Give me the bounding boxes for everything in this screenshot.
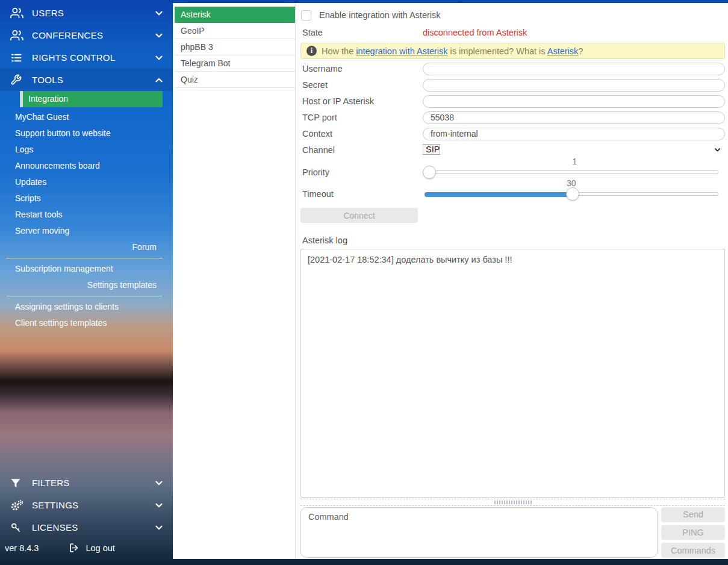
sidebar-section-label: FILTERS [32,478,70,488]
rights-control-icon [10,52,25,64]
tcp-port-input[interactable] [423,111,725,124]
settings-icon [10,499,25,511]
sidebar-section-label: USERS [32,8,64,18]
sidebar-section-rights-control[interactable]: RIGHTS CONTROL [0,46,173,69]
sidebar-section-tools[interactable]: TOOLS [0,69,173,91]
host-label: Host or IP Asterisk [300,96,423,106]
state-row: State disconnected from Asterisk [300,27,725,39]
tab-telegram-bot[interactable]: Telegram Bot [175,55,295,72]
sidebar-section-label: LICENSES [32,522,78,532]
users-icon [10,7,25,19]
asterisk-log-output[interactable]: [2021-02-17 18:52:34] доделать вычитку и… [300,249,725,498]
sidebar-item-restart-tools[interactable]: Restart tools [0,207,173,223]
ping-button[interactable]: PING [661,525,725,540]
field-row-secret: Secret [300,78,725,92]
context-input[interactable] [423,128,725,140]
logout-label: Log out [86,543,114,553]
secret-input[interactable] [423,79,725,92]
filter-icon [10,477,25,489]
host-input[interactable] [423,95,725,108]
state-label: State [300,28,423,37]
timeout-value: 30 [567,178,576,188]
sidebar-item-mychat-guest[interactable]: MyChat Guest [0,109,173,125]
sidebar-section-conferences[interactable]: CONFERENCES [0,24,173,46]
tab-asterisk[interactable]: Asterisk [175,7,295,23]
sidebar-item-logs[interactable]: Logs [0,142,173,158]
asterisk-settings-pane: Enable integration with Asterisk State d… [296,3,728,559]
asterisk-help-link[interactable]: Asterisk [547,46,579,56]
sidebar-section-settings[interactable]: SETTINGS [0,494,173,516]
tools-submenu: Integration MyChat Guest Support button … [0,91,173,331]
sidebar: USERS CONFERENCES RIGHTS CONTROL TOOLS [0,0,173,565]
priority-slider-track[interactable] [425,170,718,174]
command-buttons: Send PING Commands [661,507,725,558]
sidebar-item-forum[interactable]: Forum [0,239,173,255]
commands-button[interactable]: Commands [661,543,725,558]
enable-integration-checkbox[interactable] [301,10,311,20]
chevron-down-icon [154,500,164,511]
context-label: Context [300,129,423,139]
timeout-slider[interactable]: 30 [423,186,725,202]
sidebar-item-scripts[interactable]: Scripts [0,190,173,207]
resize-splitter[interactable] [300,499,725,506]
channel-select-value[interactable]: SIP [423,144,440,155]
sidebar-section-licenses[interactable]: LICENSES [0,516,173,538]
chevron-down-icon [154,478,164,489]
sidebar-item-integration[interactable]: Integration [20,91,163,107]
connect-button[interactable]: Connect [300,208,418,223]
main-panel: Asterisk GeoIP phpBB 3 Telegram Bot Quiz… [173,3,728,559]
tcp-port-label: TCP port [300,113,423,122]
chevron-down-icon [154,8,164,19]
tab-quiz[interactable]: Quiz [175,72,295,88]
sidebar-item-updates[interactable]: Updates [0,174,173,190]
sidebar-item-announcements-board[interactable]: Announcements board [0,158,173,174]
field-row-context: Context [300,127,725,140]
logout-button[interactable]: Log out [69,543,114,554]
username-input[interactable] [423,63,725,75]
enable-integration-row: Enable integration with Asterisk [300,9,725,21]
chevron-down-icon [154,52,164,63]
sidebar-footer: ver 8.4.3 Log out [0,538,173,565]
timeout-label: Timeout [300,189,423,199]
field-row-username: Username [300,62,725,75]
conferences-icon [10,30,25,42]
integration-help-link[interactable]: integration with Asterisk [356,46,447,56]
select-chevron-icon [714,146,721,154]
sidebar-item-client-settings-templates[interactable]: Client settings templates [0,315,173,331]
field-row-channel: Channel SIP [300,143,725,157]
tab-geoip[interactable]: GeoIP [175,23,295,39]
command-input[interactable] [300,507,658,558]
send-button[interactable]: Send [661,507,725,522]
sidebar-item-assigning-settings[interactable]: Assigning settings to clients [0,299,173,315]
key-icon [10,522,25,534]
timeout-slider-handle[interactable] [566,187,579,201]
sidebar-section-label: CONFERENCES [32,30,103,40]
channel-select[interactable]: SIP [423,143,725,157]
secret-label: Secret [300,80,423,90]
sidebar-section-filters[interactable]: FILTERS [0,472,173,494]
tools-icon [10,74,25,86]
sidebar-item-server-moving[interactable]: Server moving [0,223,173,239]
sidebar-section-label: SETTINGS [32,500,78,510]
priority-slider-handle[interactable] [423,166,436,179]
sidebar-section-label: RIGHTS CONTROL [32,52,115,63]
chevron-down-icon [154,30,164,41]
submenu-divider [6,296,163,296]
sidebar-section-users[interactable]: USERS [0,2,173,24]
logout-icon [69,543,81,554]
info-icon: i [306,46,317,56]
field-row-timeout: Timeout 30 [300,186,725,202]
sidebar-item-support-button[interactable]: Support button to website [0,125,173,142]
asterisk-log-label: Asterisk log [300,236,725,245]
field-row-priority: Priority 1 [300,164,725,180]
tab-phpbb3[interactable]: phpBB 3 [175,39,295,55]
priority-value: 1 [572,157,577,166]
sidebar-item-settings-templates[interactable]: Settings templates [0,277,173,293]
timeout-slider-fill [425,192,573,197]
field-row-host: Host or IP Asterisk [300,95,725,108]
field-row-tcp-port: TCP port [300,111,725,124]
sidebar-item-subscription-management[interactable]: Subscription management [0,261,173,277]
command-area: Send PING Commands [300,507,725,559]
priority-label: Priority [300,167,423,177]
state-value: disconnected from Asterisk [423,28,527,37]
